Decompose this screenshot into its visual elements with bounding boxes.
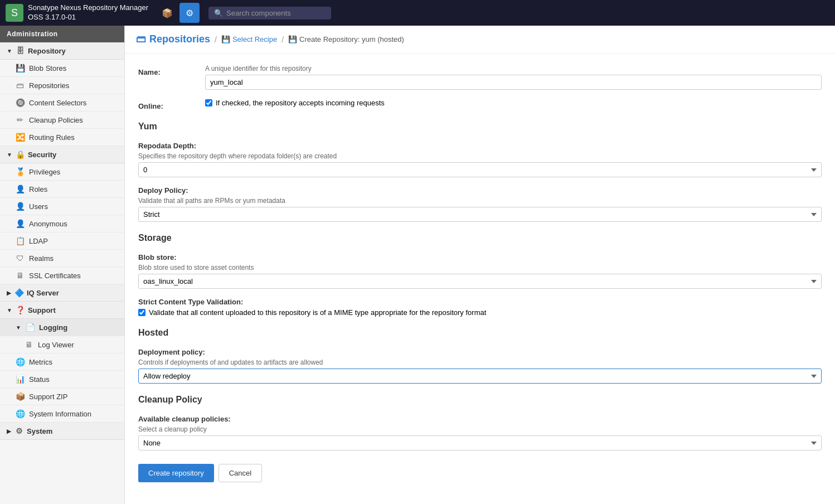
system-information-icon: 🌐 [16,409,25,418]
sidebar-group-iq-server[interactable]: ▶ 🔷 IQ Server [0,284,124,302]
breadcrumb-select-recipe[interactable]: 💾 Select Recipe [221,35,277,43]
admin-icon-button[interactable]: ⚙ [179,3,200,23]
sidebar-item-system-information[interactable]: 🌐 System Information [0,405,124,423]
form-row-name: Name: A unique identifier for this repos… [138,65,822,90]
sidebar-group-support[interactable]: ▼ ❓ Support [0,302,124,319]
sidebar-item-logging-group[interactable]: ▼ 📄 Logging [0,319,124,336]
sidebar-group-repository-label: Repository [28,47,66,55]
sidebar-item-ssl-certificates-label: SSL Certificates [29,272,81,280]
logging-icon: 📄 [26,323,35,332]
security-group-icon: 🔒 [16,150,25,159]
sidebar-item-blob-stores[interactable]: 💾 Blob Stores [0,60,124,77]
sidebar-item-roles[interactable]: 👤 Roles [0,181,124,198]
repodata-depth-hint: Specifies the repository depth where rep… [138,152,822,160]
blob-store-select[interactable]: default oas_linux_local [138,274,822,289]
sidebar-item-system-information-label: System Information [29,410,91,418]
breadcrumb-current: 💾 Create Repository: yum (hosted) [288,35,404,43]
cleanup-policies-label: Available cleanup policies: [138,415,822,423]
roles-icon: 👤 [16,185,25,193]
chevron-down-icon: ▼ [7,48,12,54]
blob-store-label: Blob store: [138,253,822,261]
name-label: Name: [138,65,205,76]
sidebar-item-routing-rules-label: Routing Rules [29,133,75,142]
search-bar: 🔍 [208,7,331,20]
sidebar-item-log-viewer[interactable]: 🖥 Log Viewer [0,336,124,353]
search-icon: 🔍 [214,9,223,17]
chevron-right-icon-iq: ▶ [7,290,11,296]
breadcrumb-sep2: / [281,35,284,44]
ldap-icon: 📋 [16,236,25,245]
name-value-container: A unique identifier for this repository [205,65,822,90]
sidebar-group-security[interactable]: ▼ 🔒 Security [0,146,124,163]
deploy-policy-section: Deploy Policy: Validate that all paths a… [138,186,822,222]
sidebar-item-logging-label: Logging [39,323,67,332]
sidebar-item-routing-rules[interactable]: 🔀 Routing Rules [0,129,124,146]
sidebar-group-system[interactable]: ▶ ⚙ System [0,423,124,440]
strict-ct-checkbox[interactable] [138,309,145,316]
name-input[interactable] [205,75,822,90]
support-zip-icon: 📦 [16,392,25,401]
storage-section-title: Storage [138,233,822,245]
deployment-policy-section: Deployment policy: Controls if deploymen… [138,348,822,384]
sidebar-item-status-label: Status [29,375,50,384]
sidebar-item-status[interactable]: 📊 Status [0,371,124,388]
sidebar-item-content-selectors[interactable]: 🔘 Content Selectors [0,94,124,112]
strict-ct-label: Strict Content Type Validation: [138,298,822,306]
sidebar-group-repository[interactable]: ▼ 🗄 Repository [0,42,124,60]
layout: Administration ▼ 🗄 Repository 💾 Blob Sto… [0,26,835,504]
repodata-depth-select[interactable]: 0 1 2 3 4 5 [138,162,822,177]
deploy-policy-select[interactable]: Strict Permissive [138,207,822,222]
cleanup-policies-hint: Select a cleanup policy [138,425,822,433]
sidebar-item-repositories[interactable]: 🗃 Repositories [0,77,124,94]
blob-stores-icon: 💾 [16,64,25,72]
logo-icon: S [6,4,23,22]
realms-icon: 🛡 [16,254,25,263]
deploy-policy-label: Deploy Policy: [138,186,822,195]
blob-store-section: Blob store: Blob store used to store ass… [138,253,822,289]
cleanup-section-title: Cleanup Policy [138,395,822,407]
deployment-policy-select[interactable]: Allow redeploy Disable redeploy Read-onl… [138,369,822,384]
metrics-icon: 🌐 [16,357,25,366]
support-group-icon: ❓ [16,306,25,314]
sidebar-item-users-label: Users [29,202,48,211]
sidebar-item-users[interactable]: 👤 Users [0,198,124,215]
cancel-button[interactable]: Cancel [219,464,262,482]
search-input[interactable] [226,9,326,17]
sidebar-item-ssl-certificates[interactable]: 🖥 SSL Certificates [0,267,124,284]
sidebar-item-ldap-label: LDAP [29,237,48,245]
anonymous-icon: 👤 [16,219,25,228]
create-repository-button[interactable]: Create repository [138,464,214,482]
sidebar-item-realms[interactable]: 🛡 Realms [0,250,124,267]
breadcrumb-repo: 🗃 Repositories [136,33,210,45]
app-subtitle: OSS 3.17.0-01 [28,13,148,22]
cleanup-policies-select[interactable]: None [138,435,822,450]
topbar-icons: 📦 ⚙ [157,3,200,23]
blob-store-hint: Blob store used to store asset contents [138,264,822,272]
chevron-down-icon-security: ▼ [7,152,12,158]
sidebar-item-support-zip-label: Support ZIP [29,392,67,401]
repositories-icon: 🗃 [16,81,25,90]
breadcrumb: 🗃 Repositories / 💾 Select Recipe / 💾 Cre… [125,26,835,54]
sidebar-header: Administration [0,26,124,42]
routing-rules-icon: 🔀 [16,133,25,142]
sidebar-item-support-zip[interactable]: 📦 Support ZIP [0,388,124,405]
sidebar-item-metrics[interactable]: 🌐 Metrics [0,353,124,371]
repo-breadcrumb-icon: 🗃 [136,33,146,45]
deploy-policy-hint: Validate that all paths are RPMs or yum … [138,197,822,205]
cleanup-policies-icon: ✏ [16,115,25,124]
sidebar-item-repositories-label: Repositories [29,81,69,90]
system-group-icon: ⚙ [14,427,23,435]
deployment-policy-label: Deployment policy: [138,348,822,356]
app-logo: S Sonatype Nexus Repository Manager OSS … [6,3,148,22]
sidebar-item-privileges[interactable]: 🏅 Privileges [0,163,124,181]
sidebar-item-ldap[interactable]: 📋 LDAP [0,232,124,250]
yum-section-title: Yum [138,122,822,134]
online-checkbox[interactable] [205,99,212,106]
sidebar-item-anonymous[interactable]: 👤 Anonymous [0,215,124,232]
sidebar-item-cleanup-policies[interactable]: ✏ Cleanup Policies [0,112,124,129]
main-content: 🗃 Repositories / 💾 Select Recipe / 💾 Cre… [125,26,835,504]
browse-icon-button[interactable]: 📦 [157,3,177,23]
form-row-online: Online: If checked, the repository accep… [138,99,822,110]
sidebar-scroll: ▼ 🗄 Repository 💾 Blob Stores 🗃 Repositor… [0,42,124,504]
online-label: Online: [138,99,205,110]
